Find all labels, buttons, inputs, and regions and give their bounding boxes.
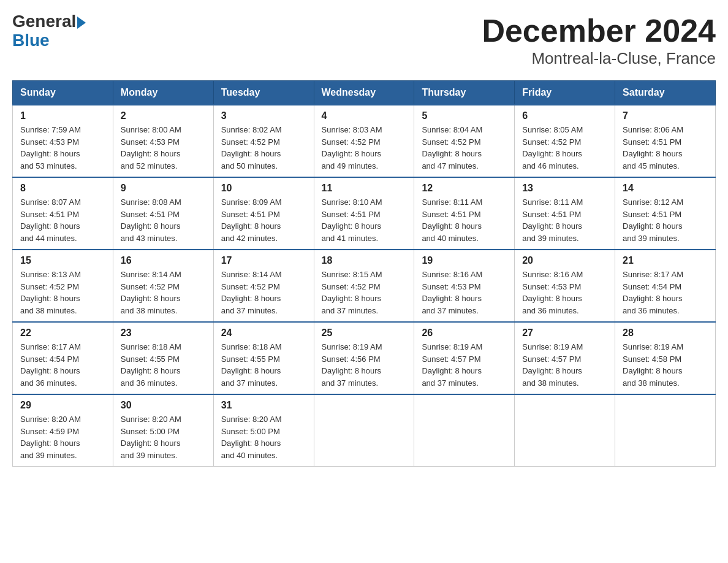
day-number: 27 xyxy=(522,327,607,339)
day-number: 15 xyxy=(20,255,105,266)
day-number: 29 xyxy=(20,400,105,411)
day-number: 8 xyxy=(20,183,105,194)
calendar-header: Sunday Monday Tuesday Wednesday Thursday… xyxy=(13,81,716,105)
calendar-day-cell: 13Sunrise: 8:11 AMSunset: 4:51 PMDayligh… xyxy=(515,177,615,250)
calendar-day-cell: 31Sunrise: 8:20 AMSunset: 5:00 PMDayligh… xyxy=(213,394,314,467)
day-number: 17 xyxy=(221,255,306,266)
calendar-day-cell xyxy=(314,394,414,467)
calendar-day-cell: 26Sunrise: 8:19 AMSunset: 4:57 PMDayligh… xyxy=(414,322,515,394)
day-number: 13 xyxy=(522,183,607,194)
calendar-subtitle: Montreal-la-Cluse, France xyxy=(482,49,716,68)
calendar-day-cell: 10Sunrise: 8:09 AMSunset: 4:51 PMDayligh… xyxy=(213,177,314,250)
day-info: Sunrise: 8:19 AMSunset: 4:56 PMDaylight:… xyxy=(322,341,407,389)
day-info: Sunrise: 8:19 AMSunset: 4:58 PMDaylight:… xyxy=(623,341,708,389)
calendar-day-cell: 23Sunrise: 8:18 AMSunset: 4:55 PMDayligh… xyxy=(113,322,213,394)
day-number: 18 xyxy=(322,255,407,266)
day-info: Sunrise: 8:16 AMSunset: 4:53 PMDaylight:… xyxy=(522,269,607,316)
calendar-day-cell: 18Sunrise: 8:15 AMSunset: 4:52 PMDayligh… xyxy=(314,250,414,322)
calendar-week-row: 22Sunrise: 8:17 AMSunset: 4:54 PMDayligh… xyxy=(13,322,716,394)
calendar-day-cell: 17Sunrise: 8:14 AMSunset: 4:52 PMDayligh… xyxy=(213,250,314,322)
day-number: 4 xyxy=(322,110,407,121)
day-number: 1 xyxy=(20,110,105,121)
day-info: Sunrise: 8:19 AMSunset: 4:57 PMDaylight:… xyxy=(422,341,507,389)
day-info: Sunrise: 8:20 AMSunset: 5:00 PMDaylight:… xyxy=(221,413,306,461)
day-info: Sunrise: 8:05 AMSunset: 4:52 PMDaylight:… xyxy=(522,124,607,172)
logo-arrow-icon xyxy=(77,17,86,29)
day-number: 26 xyxy=(422,327,507,339)
day-number: 23 xyxy=(121,327,206,339)
page-header: General Blue December 2024 Montreal-la-C… xyxy=(12,12,716,68)
day-info: Sunrise: 8:18 AMSunset: 4:55 PMDaylight:… xyxy=(221,341,306,389)
calendar-day-cell: 11Sunrise: 8:10 AMSunset: 4:51 PMDayligh… xyxy=(314,177,414,250)
day-number: 31 xyxy=(221,400,306,411)
calendar-day-cell: 14Sunrise: 8:12 AMSunset: 4:51 PMDayligh… xyxy=(615,177,716,250)
day-info: Sunrise: 8:07 AMSunset: 4:51 PMDaylight:… xyxy=(20,196,105,244)
calendar-day-cell: 2Sunrise: 8:00 AMSunset: 4:53 PMDaylight… xyxy=(113,105,213,177)
calendar-day-cell: 24Sunrise: 8:18 AMSunset: 4:55 PMDayligh… xyxy=(213,322,314,394)
title-block: December 2024 Montreal-la-Cluse, France xyxy=(482,12,716,68)
calendar-day-cell: 28Sunrise: 8:19 AMSunset: 4:58 PMDayligh… xyxy=(615,322,716,394)
calendar-day-cell: 21Sunrise: 8:17 AMSunset: 4:54 PMDayligh… xyxy=(615,250,716,322)
weekday-header-row: Sunday Monday Tuesday Wednesday Thursday… xyxy=(13,81,716,105)
calendar-day-cell: 8Sunrise: 8:07 AMSunset: 4:51 PMDaylight… xyxy=(13,177,113,250)
day-number: 5 xyxy=(422,110,507,121)
calendar-day-cell: 15Sunrise: 8:13 AMSunset: 4:52 PMDayligh… xyxy=(13,250,113,322)
calendar-day-cell: 29Sunrise: 8:20 AMSunset: 4:59 PMDayligh… xyxy=(13,394,113,467)
day-info: Sunrise: 8:08 AMSunset: 4:51 PMDaylight:… xyxy=(121,196,206,244)
day-info: Sunrise: 8:03 AMSunset: 4:52 PMDaylight:… xyxy=(322,124,407,172)
day-number: 16 xyxy=(121,255,206,266)
day-number: 2 xyxy=(121,110,206,121)
calendar-week-row: 8Sunrise: 8:07 AMSunset: 4:51 PMDaylight… xyxy=(13,177,716,250)
calendar-body: 1Sunrise: 7:59 AMSunset: 4:53 PMDaylight… xyxy=(13,105,716,467)
calendar-day-cell: 1Sunrise: 7:59 AMSunset: 4:53 PMDaylight… xyxy=(13,105,113,177)
calendar-table: Sunday Monday Tuesday Wednesday Thursday… xyxy=(12,80,716,467)
header-wednesday: Wednesday xyxy=(314,81,414,105)
calendar-title: December 2024 xyxy=(482,12,716,49)
day-number: 22 xyxy=(20,327,105,339)
day-info: Sunrise: 8:02 AMSunset: 4:52 PMDaylight:… xyxy=(221,124,306,172)
header-monday: Monday xyxy=(113,81,213,105)
day-info: Sunrise: 8:17 AMSunset: 4:54 PMDaylight:… xyxy=(623,269,708,316)
day-info: Sunrise: 8:11 AMSunset: 4:51 PMDaylight:… xyxy=(522,196,607,244)
logo: General Blue xyxy=(12,12,86,50)
calendar-day-cell: 4Sunrise: 8:03 AMSunset: 4:52 PMDaylight… xyxy=(314,105,414,177)
logo-general-text: General xyxy=(12,12,76,31)
day-info: Sunrise: 8:15 AMSunset: 4:52 PMDaylight:… xyxy=(322,269,407,316)
header-sunday: Sunday xyxy=(13,81,113,105)
logo-blue-text: Blue xyxy=(12,31,86,50)
calendar-day-cell: 3Sunrise: 8:02 AMSunset: 4:52 PMDaylight… xyxy=(213,105,314,177)
calendar-week-row: 15Sunrise: 8:13 AMSunset: 4:52 PMDayligh… xyxy=(13,250,716,322)
calendar-day-cell: 5Sunrise: 8:04 AMSunset: 4:52 PMDaylight… xyxy=(414,105,515,177)
calendar-day-cell: 25Sunrise: 8:19 AMSunset: 4:56 PMDayligh… xyxy=(314,322,414,394)
calendar-day-cell: 22Sunrise: 8:17 AMSunset: 4:54 PMDayligh… xyxy=(13,322,113,394)
calendar-day-cell: 9Sunrise: 8:08 AMSunset: 4:51 PMDaylight… xyxy=(113,177,213,250)
day-number: 6 xyxy=(522,110,607,121)
calendar-day-cell: 16Sunrise: 8:14 AMSunset: 4:52 PMDayligh… xyxy=(113,250,213,322)
calendar-day-cell: 20Sunrise: 8:16 AMSunset: 4:53 PMDayligh… xyxy=(515,250,615,322)
day-info: Sunrise: 8:10 AMSunset: 4:51 PMDaylight:… xyxy=(322,196,407,244)
calendar-day-cell: 30Sunrise: 8:20 AMSunset: 5:00 PMDayligh… xyxy=(113,394,213,467)
day-number: 19 xyxy=(422,255,507,266)
day-info: Sunrise: 8:19 AMSunset: 4:57 PMDaylight:… xyxy=(522,341,607,389)
day-info: Sunrise: 8:13 AMSunset: 4:52 PMDaylight:… xyxy=(20,269,105,316)
day-number: 14 xyxy=(623,183,708,194)
calendar-day-cell xyxy=(515,394,615,467)
day-number: 12 xyxy=(422,183,507,194)
calendar-day-cell xyxy=(414,394,515,467)
calendar-day-cell: 6Sunrise: 8:05 AMSunset: 4:52 PMDaylight… xyxy=(515,105,615,177)
day-info: Sunrise: 8:20 AMSunset: 5:00 PMDaylight:… xyxy=(121,413,206,461)
calendar-day-cell: 19Sunrise: 8:16 AMSunset: 4:53 PMDayligh… xyxy=(414,250,515,322)
day-info: Sunrise: 8:14 AMSunset: 4:52 PMDaylight:… xyxy=(121,269,206,316)
header-thursday: Thursday xyxy=(414,81,515,105)
day-number: 25 xyxy=(322,327,407,339)
day-info: Sunrise: 8:12 AMSunset: 4:51 PMDaylight:… xyxy=(623,196,708,244)
day-number: 24 xyxy=(221,327,306,339)
calendar-day-cell: 7Sunrise: 8:06 AMSunset: 4:51 PMDaylight… xyxy=(615,105,716,177)
calendar-week-row: 29Sunrise: 8:20 AMSunset: 4:59 PMDayligh… xyxy=(13,394,716,467)
day-number: 3 xyxy=(221,110,306,121)
day-info: Sunrise: 8:04 AMSunset: 4:52 PMDaylight:… xyxy=(422,124,507,172)
header-saturday: Saturday xyxy=(615,81,716,105)
day-number: 30 xyxy=(121,400,206,411)
day-info: Sunrise: 8:00 AMSunset: 4:53 PMDaylight:… xyxy=(121,124,206,172)
day-number: 10 xyxy=(221,183,306,194)
